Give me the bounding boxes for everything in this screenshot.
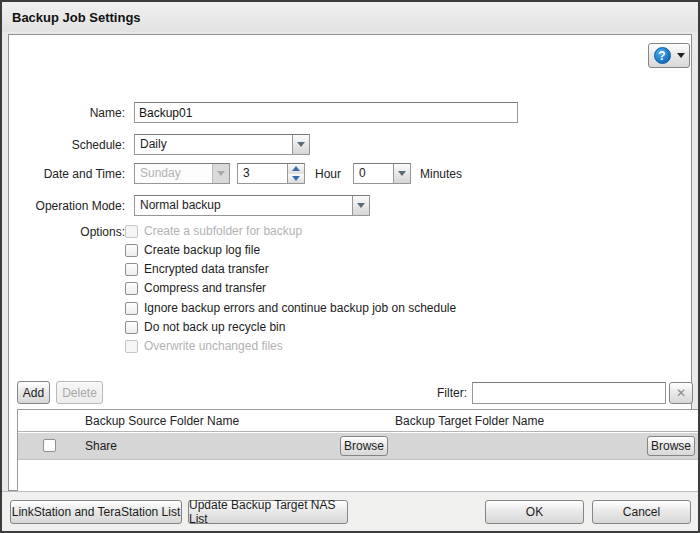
name-label: Name: [13, 106, 125, 120]
clear-icon: ✕ [676, 386, 686, 400]
option-label: Overwrite unchanged files [144, 339, 283, 353]
date-and-time-label: Date and Time: [13, 167, 125, 181]
help-button[interactable]: ? [648, 43, 690, 68]
option-label: Create backup log file [144, 243, 260, 257]
checkbox-icon[interactable] [125, 321, 138, 334]
option-create-backup-log[interactable]: Create backup log file [125, 242, 260, 258]
delete-button: Delete [56, 381, 103, 404]
row-checkbox-icon[interactable] [43, 439, 56, 452]
update-backup-target-nas-list-button[interactable]: Update Backup Target NAS List [188, 500, 348, 524]
hour-spinner[interactable]: 3 [237, 163, 305, 184]
browse-target-button[interactable]: Browse [647, 436, 695, 456]
dialog-body-panel: ? Name: Schedule: Daily Date and Time: S… [8, 34, 692, 491]
cancel-button[interactable]: Cancel [592, 500, 691, 524]
titlebar: Backup Job Settings [2, 2, 698, 32]
checkbox-icon[interactable] [125, 302, 138, 315]
checkbox-icon [125, 340, 138, 353]
minute-dropdown-trigger-icon[interactable] [393, 164, 410, 183]
browse-source-button[interactable]: Browse [340, 436, 388, 456]
schedule-selected-value: Daily [140, 137, 289, 151]
minute-select[interactable]: 0 [353, 163, 411, 184]
operation-mode-dropdown-trigger-icon[interactable] [352, 196, 369, 215]
option-ignore-errors[interactable]: Ignore backup errors and continue backup… [125, 300, 456, 316]
column-header-target: Backup Target Folder Name [395, 414, 544, 428]
option-label: Encrypted data transfer [144, 262, 269, 276]
schedule-label: Schedule: [13, 138, 125, 152]
minute-selected-value: 0 [359, 166, 390, 180]
add-button[interactable]: Add [17, 381, 50, 404]
checkbox-icon[interactable] [125, 244, 138, 257]
table-header: Backup Source Folder Name Backup Target … [18, 410, 700, 432]
ok-button[interactable]: OK [485, 500, 584, 524]
option-compress-transfer[interactable]: Compress and transfer [125, 280, 266, 296]
option-encrypted-transfer[interactable]: Encrypted data transfer [125, 261, 269, 277]
filter-clear-button[interactable]: ✕ [669, 382, 693, 404]
schedule-dropdown-trigger-icon[interactable] [292, 135, 309, 154]
source-folder-name: Share [85, 439, 117, 453]
option-overwrite-unchanged: Overwrite unchanged files [125, 338, 283, 354]
backup-job-settings-dialog: Backup Job Settings ? Name: Schedule: Da… [0, 0, 700, 533]
chevron-down-icon [677, 53, 685, 58]
help-icon: ? [654, 47, 671, 64]
table-row[interactable]: Share Browse Browse [18, 433, 700, 460]
minute-unit-label: Minutes [420, 167, 462, 181]
option-label: Ignore backup errors and continue backup… [144, 301, 456, 315]
linkstation-terastation-list-button[interactable]: LinkStation and TeraStation List [10, 500, 182, 524]
option-label: Do not back up recycle bin [144, 320, 285, 334]
operation-mode-selected-value: Normal backup [140, 198, 349, 212]
options-label: Options: [13, 225, 125, 239]
spinner-up-icon[interactable] [288, 164, 304, 174]
dialog-footer: LinkStation and TeraStation List Update … [2, 491, 698, 531]
hour-unit-label: Hour [315, 167, 341, 181]
backup-folders-table: Backup Source Folder Name Backup Target … [17, 409, 700, 497]
day-select: Sunday [134, 163, 230, 184]
day-dropdown-trigger-icon [212, 164, 229, 183]
checkbox-icon[interactable] [125, 263, 138, 276]
dialog-title: Backup Job Settings [12, 10, 141, 25]
operation-mode-select[interactable]: Normal backup [134, 195, 370, 216]
option-label: Compress and transfer [144, 281, 266, 295]
column-header-source: Backup Source Folder Name [85, 414, 239, 428]
day-selected-value: Sunday [140, 166, 209, 180]
operation-mode-label: Operation Mode: [13, 199, 125, 213]
checkbox-icon [125, 225, 138, 238]
checkbox-icon[interactable] [125, 282, 138, 295]
option-no-recycle-bin[interactable]: Do not back up recycle bin [125, 319, 285, 335]
filter-label: Filter: [429, 386, 467, 400]
option-label: Create a subfolder for backup [144, 224, 302, 238]
name-input[interactable] [134, 102, 518, 123]
spinner-down-icon[interactable] [288, 174, 304, 184]
schedule-select[interactable]: Daily [134, 134, 310, 155]
hour-value: 3 [243, 166, 250, 180]
filter-input[interactable] [472, 382, 666, 404]
option-create-subfolder: Create a subfolder for backup [125, 223, 302, 239]
